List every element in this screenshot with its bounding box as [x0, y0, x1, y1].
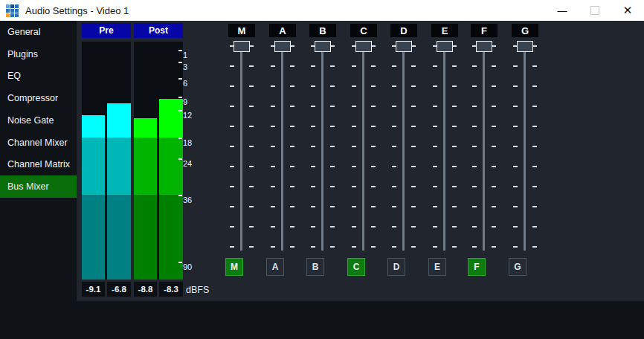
minimize-icon[interactable]: — — [546, 0, 579, 21]
fader-tick — [371, 206, 376, 207]
fader-tick — [371, 106, 376, 107]
fader-track-e — [443, 46, 445, 251]
bus-button-g[interactable]: G — [509, 258, 527, 276]
fader-handle-d[interactable] — [396, 41, 412, 52]
bus-button-c[interactable]: C — [347, 258, 365, 276]
sidebar-item-bus-mixer[interactable]: Bus Mixer — [0, 175, 77, 198]
fader-tick — [532, 106, 537, 107]
audio-settings-dialog: Audio Settings - Video 1 — ✕ GeneralPlug… — [0, 0, 644, 339]
fader-tick — [290, 246, 294, 248]
fader-tick — [532, 85, 537, 87]
fader-tick — [290, 126, 294, 127]
bus-label-b: B — [309, 24, 336, 37]
fader-tick — [472, 85, 477, 87]
bus-button-a[interactable]: A — [266, 258, 284, 276]
bus-button-d[interactable]: D — [387, 258, 405, 276]
fader-tick — [330, 126, 335, 127]
sidebar-item-channel-mixer[interactable]: Channel Mixer — [0, 132, 77, 154]
bus-button-m[interactable]: M — [225, 258, 243, 276]
fader-track-g — [524, 46, 526, 251]
fader-tick — [230, 85, 234, 87]
fader-tick — [352, 166, 356, 167]
fader-tick — [452, 106, 457, 107]
fader-tick — [290, 146, 294, 147]
fader-tick — [492, 65, 496, 67]
fader-tick — [249, 126, 254, 127]
fader-tick — [392, 206, 396, 207]
fader-handle-c[interactable] — [355, 41, 372, 52]
scale-tick — [178, 97, 182, 98]
fader-tick — [249, 226, 254, 227]
fader-tick — [271, 206, 275, 207]
fader-tick — [271, 246, 275, 248]
fader-tick — [230, 206, 234, 207]
fader-tick — [411, 85, 416, 87]
sidebar-item-channel-matrix[interactable]: Channel Matrix — [0, 153, 77, 175]
fader-tick — [433, 85, 437, 87]
fader-tick — [230, 166, 234, 167]
fader-tick — [290, 206, 294, 207]
fader-tick — [330, 186, 335, 187]
fader-tick — [513, 226, 518, 227]
scale-tick — [178, 195, 182, 196]
fader-tick — [311, 85, 315, 87]
fader-track-f — [483, 46, 485, 251]
bus-button-f[interactable]: F — [468, 258, 486, 276]
scale-label: 9 — [183, 98, 187, 106]
fader-track-m — [240, 46, 242, 251]
fader-tick — [433, 166, 437, 167]
sidebar-item-eq[interactable]: EQ — [0, 65, 77, 87]
fader-tick — [311, 206, 315, 207]
fader-tick — [352, 226, 356, 227]
fader-tick — [330, 146, 335, 147]
fader-tick — [371, 146, 376, 147]
bus-label-g: G — [512, 24, 538, 37]
fader-tick — [411, 246, 416, 248]
sidebar-item-general[interactable]: General — [0, 21, 77, 43]
fader-handle-m[interactable] — [234, 41, 250, 52]
fader-tick — [532, 166, 537, 167]
scale-tick — [178, 262, 182, 263]
scale-tick — [178, 78, 182, 80]
title-bar: Audio Settings - Video 1 — ✕ — [0, 0, 644, 21]
sidebar-item-compressor[interactable]: Compressor — [0, 87, 77, 109]
fader-tick — [492, 85, 496, 87]
fader-handle-a[interactable] — [274, 41, 291, 52]
fader-tick — [392, 186, 396, 187]
fader-handle-f[interactable] — [476, 41, 492, 52]
fader-tick — [271, 85, 275, 87]
fader-handle-b[interactable] — [315, 41, 331, 52]
fader-tick — [392, 166, 396, 167]
close-icon[interactable]: ✕ — [611, 0, 644, 21]
bus-button-e[interactable]: E — [428, 258, 446, 276]
fader-tick — [433, 126, 437, 127]
scale-tick — [178, 50, 182, 51]
bus-button-b[interactable]: B — [306, 258, 324, 276]
fader-tick — [249, 65, 254, 67]
fader-tick — [492, 106, 496, 107]
fader-tick — [411, 166, 416, 167]
fader-tick — [392, 65, 396, 67]
dbfs-unit-label: dBFS — [186, 285, 209, 295]
fader-tick — [371, 186, 376, 187]
fader-handle-g[interactable] — [517, 41, 533, 52]
sidebar-item-noise-gate[interactable]: Noise Gate — [0, 109, 77, 132]
fader-tick — [513, 65, 518, 67]
fader-tick — [492, 146, 496, 147]
fader-tick — [472, 206, 477, 207]
meter-value-post-0: -8.8 — [134, 282, 157, 297]
fader-tick — [452, 186, 457, 187]
fader-tick — [230, 106, 234, 107]
fader-tick — [290, 85, 294, 87]
fader-tick — [371, 226, 376, 227]
bus-label-d: D — [390, 24, 417, 37]
fader-tick — [371, 166, 376, 167]
fader-tick — [352, 126, 356, 127]
sidebar-item-plugins[interactable]: Plugins — [0, 43, 77, 65]
meter-bar-post-1 — [159, 99, 183, 280]
fader-handle-e[interactable] — [437, 41, 453, 52]
fader-track-d — [402, 46, 405, 251]
fader-tick — [411, 186, 416, 187]
meter-value-pre-0: -9.1 — [82, 282, 105, 297]
fader-tick — [392, 85, 396, 87]
